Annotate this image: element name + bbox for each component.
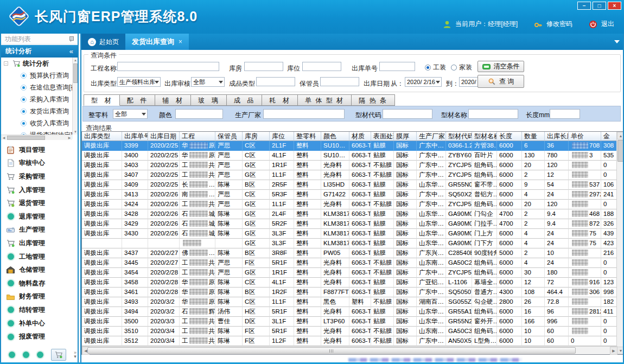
- overflow-chevrons[interactable]: »▾: [74, 351, 77, 359]
- table-row[interactable]: 调拨出库34002020/2/25华原…严思C区4L1F整料SU10…6063-…: [82, 151, 617, 161]
- table-row[interactable]: 调拨出库34282020/2/26石城陈琳G区2L4F整料KLM38176063…: [82, 209, 617, 219]
- sidebar-item-14[interactable]: 报废管理: [1, 330, 78, 343]
- column-header[interactable]: 型材代码: [446, 132, 472, 141]
- table-row[interactable]: 调拨出库34302020/2/26石城陈琳G区3L3F整料KLM38176063…: [82, 229, 617, 239]
- column-header[interactable]: 长度: [497, 132, 522, 141]
- table-row[interactable]: 调拨出库34032020/2/25工共工程严思G区1R1F整料光身料6063-T…: [82, 161, 617, 170]
- circle-icon[interactable]: [9, 352, 15, 358]
- column-header[interactable]: 生产厂家: [417, 132, 446, 141]
- sidebar-item-10[interactable]: 物料盘存: [1, 277, 78, 290]
- table-row[interactable]: G区3L3F整料KLM38176063-T5贴膜国标山东华…GA90M09.门下…: [82, 239, 617, 248]
- column-header[interactable]: 库房: [243, 132, 270, 141]
- scroll-right-icon[interactable]: ▶: [610, 347, 617, 355]
- table-row[interactable]: 调拨出库35002020/3/3工共工程曹佳D区3L1F整料LT3P606063…: [82, 317, 617, 327]
- column-header[interactable]: 工程: [180, 132, 215, 141]
- sidebar-item-2[interactable]: 采购管理: [1, 170, 78, 183]
- change-password-link[interactable]: 修改密码: [546, 20, 572, 29]
- logout-link[interactable]: 退出: [601, 20, 614, 29]
- table-row[interactable]: 调拨出库34242020/2/26工共工程严思G区1L1F整料光身料6063-T…: [82, 200, 617, 209]
- tree-item-3[interactable]: 发货出库查询: [1, 105, 78, 117]
- column-header[interactable]: 整零料: [294, 132, 321, 141]
- column-header[interactable]: 型材名称: [472, 132, 497, 141]
- sidebar-item-4[interactable]: 退货管理: [1, 196, 78, 210]
- column-header[interactable]: 出库类型: [82, 132, 122, 141]
- tab-close-icon[interactable]: ×: [179, 38, 182, 46]
- table-row[interactable]: 调拨出库34582020/2/28华原…陈琳C区4L1F整料光身料6063-T5…: [82, 278, 617, 288]
- column-header[interactable]: 数量: [522, 132, 545, 141]
- sidebar-item-9[interactable]: 仓储管理: [1, 263, 78, 277]
- circle-icon[interactable]: [23, 352, 29, 358]
- column-header[interactable]: 金: [601, 132, 617, 141]
- sidebar-item-8[interactable]: 工地管理: [1, 250, 78, 264]
- search-button[interactable]: 查 询: [477, 75, 524, 88]
- tree-item-0[interactable]: 预算执行查询: [1, 69, 78, 81]
- table-row[interactable]: 调拨出库34372020/2/27佛…陈琳B区3R8F整料PW056063-T5…: [82, 248, 617, 258]
- scroll-left-icon[interactable]: ◀: [1, 135, 7, 141]
- section-header[interactable]: 统计分析 «: [1, 45, 78, 58]
- cart-button[interactable]: [51, 349, 66, 361]
- minimize-button[interactable]: –: [577, 2, 591, 10]
- collapse-icon[interactable]: «: [69, 45, 73, 58]
- table-row[interactable]: 调拨出库34612020/2/28华原…陈琳B区1R2F整料F8877FT606…: [82, 288, 617, 297]
- table-row[interactable]: 调拨出库34942020/3/2石辉城汤伟H区5R1F整料光身料6063-T5贴…: [82, 307, 617, 317]
- tree-root[interactable]: 统计分析: [1, 58, 78, 69]
- profile-code-input[interactable]: [383, 109, 432, 119]
- material-tab-7[interactable]: 隔 热 条: [352, 94, 395, 106]
- tree-item-2[interactable]: 采购入库查询: [1, 93, 78, 105]
- material-tab-0[interactable]: 型 材: [84, 94, 120, 106]
- keeper-input[interactable]: [320, 77, 359, 86]
- column-header[interactable]: 颜色: [321, 132, 349, 141]
- column-header[interactable]: 材质: [349, 132, 371, 141]
- scroll-down-icon[interactable]: ▼: [73, 129, 78, 135]
- tree-item-4[interactable]: 收货入库查询: [1, 117, 78, 129]
- product-type-input[interactable]: [256, 77, 295, 86]
- sidebar-item-13[interactable]: 补单中心: [1, 317, 78, 330]
- tree-expander-icon[interactable]: -: [4, 61, 8, 66]
- length-input[interactable]: [550, 109, 580, 119]
- column-header[interactable]: 表面处理: [371, 132, 394, 141]
- table-row[interactable]: 调拨出库34932020/3/2华原…陈琳C区1L1F整料黑色塑料不贴膜国标湖南…: [82, 297, 617, 307]
- column-header[interactable]: 出库日期: [148, 132, 180, 141]
- tab-list-dropdown-icon[interactable]: [614, 40, 620, 43]
- table-row[interactable]: 调拨出库34132020/2/26南…严思C区5R3F整料G714226063-…: [82, 190, 617, 200]
- table-row[interactable]: 调拨出库35122020/3/4工共工程陈琳F区1L2F整料光身料6063-T5…: [82, 336, 617, 346]
- scroll-right-icon[interactable]: ▶: [67, 135, 72, 141]
- scroll-thumb[interactable]: [7, 136, 45, 140]
- grid-horizontal-scrollbar[interactable]: ◀ ▶: [82, 346, 617, 354]
- material-tab-4[interactable]: 成 品: [227, 94, 263, 106]
- column-header[interactable]: 出库单号: [122, 132, 148, 141]
- project-name-input[interactable]: [117, 62, 219, 71]
- outbound-type-select[interactable]: 生产领料出库: [117, 77, 161, 87]
- radio-gongzhuang[interactable]: 工装: [425, 63, 446, 72]
- tree-vertical-scrollbar[interactable]: ▲ ▼: [72, 58, 78, 135]
- sidebar-item-1[interactable]: 审核中心: [1, 157, 78, 170]
- table-row[interactable]: 调拨出库34292020/2/26石城陈琳G区5R2F整料KLM38176063…: [82, 219, 617, 229]
- location-input[interactable]: [302, 62, 341, 71]
- sidebar-item-12[interactable]: 结转管理: [1, 303, 78, 317]
- column-header[interactable]: 库位: [270, 132, 294, 141]
- radio-jiazhuang[interactable]: 家装: [451, 63, 472, 72]
- table-row[interactable]: 调拨出库33992020/2/25华原…严思C区2L1F整料SU10…6063-…: [82, 141, 617, 151]
- pin-icon[interactable]: [69, 36, 73, 42]
- material-tab-3[interactable]: 玻 璃: [191, 94, 227, 106]
- sidebar-item-5[interactable]: 退库管理: [1, 210, 78, 223]
- sidebar-item-3[interactable]: 入库管理: [1, 183, 78, 197]
- material-tab-1[interactable]: 配 件: [120, 94, 156, 106]
- factory-input[interactable]: [263, 109, 345, 119]
- table-row[interactable]: 调拨出库34542020/2/28工共工程严思G区1R1F整料光身料6063-T…: [82, 268, 617, 278]
- date-from-picker[interactable]: 2020/ 2/16: [405, 77, 442, 87]
- column-header[interactable]: 保管员: [215, 132, 243, 141]
- clear-conditions-button[interactable]: 清空条件: [477, 61, 524, 72]
- maximize-button[interactable]: □: [593, 2, 606, 10]
- column-header[interactable]: 出库长度: [545, 132, 569, 141]
- outbound-audit-select[interactable]: 全部: [191, 77, 225, 87]
- tab-shipment-outbound-query[interactable]: 发货出库查询 ×: [125, 34, 189, 50]
- tree-item-1[interactable]: 在途信息查询[待: [1, 81, 78, 93]
- close-button[interactable]: ×: [608, 2, 621, 10]
- table-row[interactable]: 调拨出库34452020/2/27工共工程严思F区5R1F整料光身料6063-T…: [82, 258, 617, 268]
- material-tab-5[interactable]: 耗 材: [262, 94, 298, 106]
- material-tab-6[interactable]: 单 体 型 材: [298, 94, 352, 106]
- table-row[interactable]: 调拨出库34072020/2/25工共工程严思G区1L1F整料光身料6063-T…: [82, 170, 617, 180]
- color-input[interactable]: [175, 109, 223, 119]
- column-header[interactable]: 单价: [569, 132, 601, 141]
